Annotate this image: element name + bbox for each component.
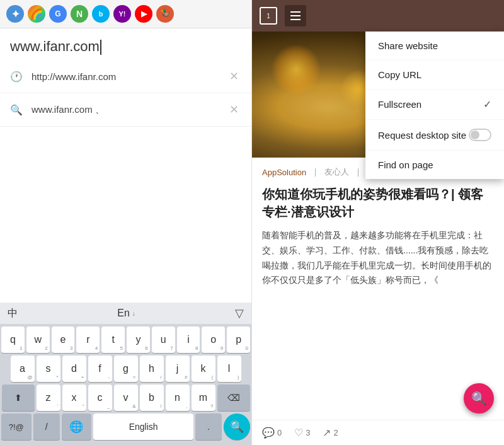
article-time-sep: ｜ [354, 166, 362, 178]
suggestions-list: 🕐 http://www.ifanr.com ✕ 🔍 www.ifanr.com… [0, 60, 251, 303]
left-panel: ✦ 🌈 G N b Y! ▶ 🦆 www.ifanr.com 🕐 http://… [0, 0, 252, 445]
symbols-key[interactable]: ?!@ [1, 413, 32, 440]
key-e[interactable]: e3 [52, 327, 75, 353]
menu-line-1 [290, 11, 301, 13]
lang-en-button[interactable]: En ↓ [117, 308, 135, 319]
period-key[interactable]: . [195, 413, 222, 440]
dropdown-copy-url[interactable]: Copy URL [365, 61, 504, 90]
key-h[interactable]: h/ [140, 355, 164, 382]
yahoo-icon[interactable]: Y! [113, 5, 131, 23]
bing-icon[interactable]: b [92, 5, 110, 23]
copy-url-label: Copy URL [378, 69, 421, 80]
keyboard-lang-row: 中 En ↓ ▽ [0, 303, 251, 324]
footer-like-count: 3 [306, 428, 310, 437]
right-panel: 1 Share website Copy URL Fullscreen ✓ Re… [252, 0, 504, 445]
address-bar-wrapper: www.ifanr.com [0, 28, 251, 60]
browser-header: 1 [252, 0, 504, 32]
address-text: www.ifanr.com [10, 38, 100, 54]
key-a[interactable]: a@ [11, 355, 35, 382]
key-z[interactable]: z' [37, 384, 60, 411]
key-d[interactable]: d+ [62, 355, 86, 382]
colorful-browser-icon[interactable]: 🌈 [28, 5, 45, 23]
star-icon[interactable]: ✦ [6, 5, 24, 23]
search-suggest-icon: 🔍 [10, 103, 23, 116]
key-k[interactable]: k( [192, 355, 215, 382]
key-b[interactable]: b! [140, 384, 164, 411]
article-divider: ｜ [311, 166, 319, 178]
lang-en-label: En [117, 308, 130, 319]
fullscreen-checkmark: ✓ [483, 98, 491, 110]
footer-comment-count: 0 [277, 428, 282, 437]
key-row-3: ⬆ z' x" c_ v& b! n, m? ⌫ [1, 384, 250, 411]
key-w[interactable]: w2 [26, 327, 50, 353]
footer-share[interactable]: ↗ 2 [323, 427, 338, 439]
google-icon[interactable]: G [49, 5, 67, 23]
spacebar[interactable]: English [93, 413, 193, 440]
key-row-2: a@ s* d+ f- g= h/ j# k( l) [1, 355, 250, 382]
bokeh-1 [271, 44, 321, 95]
key-l[interactable]: l) [217, 355, 241, 382]
lang-globe-key[interactable]: 🌐 [62, 413, 92, 440]
dropdown-share-website[interactable]: Share website [365, 32, 504, 61]
youtube-icon[interactable]: ▶ [135, 5, 152, 23]
key-v[interactable]: v& [114, 384, 138, 411]
footer-comment[interactable]: 💬 0 [262, 427, 282, 439]
address-bar[interactable]: www.ifanr.com [10, 38, 241, 55]
fullscreen-label: Fullscreen [378, 99, 421, 110]
history-icon: 🕐 [10, 70, 23, 83]
slash-key[interactable]: / [33, 413, 60, 440]
key-g[interactable]: g= [114, 355, 138, 382]
lang-arrow-icon: ↓ [132, 310, 135, 317]
footer-like-icon: ♡ [294, 427, 303, 439]
backspace-key[interactable]: ⌫ [217, 384, 250, 411]
key-r[interactable]: r4 [76, 327, 100, 353]
menu-lines-icon [290, 11, 301, 20]
find-on-page-label: Find on page [378, 159, 433, 170]
dropdown-find-on-page[interactable]: Find on page [365, 151, 504, 179]
key-o[interactable]: o9 [202, 327, 225, 353]
key-u[interactable]: u7 [152, 327, 175, 353]
key-m[interactable]: m? [192, 384, 215, 411]
key-j[interactable]: j# [166, 355, 190, 382]
fab-search-button[interactable]: 🔍 [464, 383, 494, 413]
suggestion-item-1[interactable]: 🕐 http://www.ifanr.com ✕ [0, 60, 251, 93]
key-p[interactable]: p0 [227, 327, 250, 353]
dropdown-menu: Share website Copy URL Fullscreen ✓ Requ… [365, 32, 504, 179]
clear-suggestion-2[interactable]: ✕ [226, 102, 241, 117]
suggestion-text-1: http://www.ifanr.com [32, 71, 217, 82]
key-x[interactable]: x" [62, 384, 86, 411]
menu-line-3 [290, 19, 301, 20]
key-f[interactable]: f- [88, 355, 112, 382]
dropdown-fullscreen[interactable]: Fullscreen ✓ [365, 90, 504, 120]
key-y[interactable]: y6 [127, 327, 150, 353]
n-browser-icon[interactable]: N [71, 5, 88, 23]
menu-line-2 [290, 15, 301, 16]
key-n[interactable]: n, [166, 384, 190, 411]
lang-cn-button[interactable]: 中 [8, 307, 18, 320]
keyboard-minimize-button[interactable]: ▽ [235, 306, 244, 320]
shift-key[interactable]: ⬆ [2, 384, 35, 411]
clear-suggestion-1[interactable]: ✕ [226, 69, 241, 84]
search-key[interactable]: 🔍 [224, 413, 250, 440]
key-s[interactable]: s* [37, 355, 60, 382]
tab-indicator[interactable]: 1 [260, 7, 277, 25]
key-row-4: ?!@ / 🌐 English . 🔍 [1, 413, 250, 440]
text-cursor [100, 40, 101, 55]
article-footer: 💬 0 ♡ 3 ↗ 2 [252, 420, 504, 445]
suggestion-item-2[interactable]: 🔍 www.ifanr.com 、 ✕ [0, 93, 251, 127]
article-body-text: 随着智能手机的普及，越来越多功能将在手机里完成：社交、娱乐、学习、工作、付款、借… [262, 230, 491, 285]
footer-like[interactable]: ♡ 3 [294, 427, 310, 439]
duck-icon[interactable]: 🦆 [156, 5, 174, 23]
lang-cn-label: 中 [8, 307, 18, 320]
dropdown-request-desktop[interactable]: Request desktop site [365, 120, 504, 151]
key-q[interactable]: q1 [1, 327, 25, 353]
browser-toolbar: ✦ 🌈 G N b Y! ▶ 🦆 [0, 0, 251, 28]
key-t[interactable]: t5 [101, 327, 125, 353]
footer-share-count: 2 [333, 428, 338, 437]
key-i[interactable]: i8 [177, 327, 200, 353]
footer-comment-icon: 💬 [262, 427, 275, 439]
menu-button[interactable] [285, 5, 306, 26]
request-desktop-toggle[interactable] [469, 129, 491, 141]
key-c[interactable]: c_ [88, 384, 112, 411]
request-desktop-label: Request desktop site [378, 130, 466, 141]
